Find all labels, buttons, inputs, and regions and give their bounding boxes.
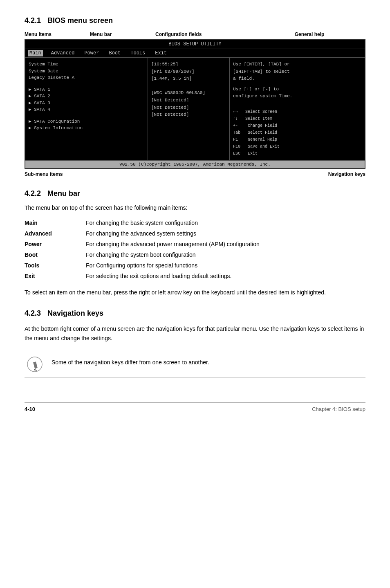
bios-menu-power: Power [83, 50, 101, 56]
bios-title-bar: BIOS SETUP UTILITY [25, 40, 365, 49]
menu-item-desc-tools: For Configuring options for special func… [82, 260, 365, 271]
bios-system-date: System Date [29, 68, 144, 75]
bios-group2: SATA 1 SATA 2 SATA 3 SATA 4 [29, 86, 144, 113]
label-general-help: General help [253, 31, 365, 37]
note-icon [25, 356, 45, 373]
menu-item-label-main: Main [25, 218, 82, 228]
bios-legacy-diskette: Legacy Diskette A [29, 74, 144, 81]
bios-sata4: SATA 4 [29, 106, 144, 113]
menu-item-desc-boot: For changing the system boot configurati… [82, 249, 365, 260]
bios-sata4-value: [Not Detected] [151, 111, 226, 119]
menu-bar-table: Main For changing the basic system confi… [25, 218, 365, 281]
bios-system-info: System Information [29, 125, 144, 132]
bios-content-area: System Time System Date Legacy Diskette … [25, 58, 365, 160]
bios-sata-config: SATA Coniquration [29, 118, 144, 125]
bios-menu-advanced: Advanced [49, 50, 76, 56]
menu-item-label-advanced: Advanced [25, 228, 82, 239]
label-sub-menu: Sub-menu items [25, 171, 63, 177]
table-row: Exit For selecting the exit options and … [25, 271, 365, 281]
bios-diskette-value: [1.44M, 3.5 in] [151, 75, 226, 83]
menu-item-desc-main: For changing the basic system configurat… [82, 218, 365, 228]
page-number: 4-10 [25, 406, 35, 412]
bios-nav-change: +- Change Field [233, 122, 361, 129]
section-422-number: 4.2.2 [25, 189, 41, 198]
bios-menu-main: Main [28, 50, 43, 56]
bios-spacer [151, 83, 226, 90]
bios-help-text2: Use [+] or [-] toconfigure system Time. [233, 86, 361, 100]
bios-nav-tab: Tab Select Field [233, 129, 361, 136]
bios-footer: v02.58 (C)Copyright 1985-2007, American … [25, 160, 365, 168]
bios-help-panel: Use [ENTER], [TAB] or[SHIFT-TAB] to sele… [230, 58, 365, 160]
bios-left-panel: System Time System Date Legacy Diskette … [25, 58, 148, 160]
bios-nav-keys: ←→ Select Screen ↑↓ Select Item +- Chang… [233, 108, 361, 157]
section-422: 4.2.2 Menu bar The menu bar on top of th… [25, 189, 365, 297]
menu-item-desc-power: For changing the advanced power manageme… [82, 239, 365, 249]
bios-nav-screen: ←→ Select Screen [233, 108, 361, 115]
pencil-icon [27, 356, 43, 373]
bios-menu-tools: Tools [129, 50, 147, 56]
section-422-heading: 4.2.2 Menu bar [25, 189, 365, 198]
bios-menu-bar: Main Advanced Power Boot Tools Exit [25, 49, 365, 58]
section-421-number: 4.2.1 [25, 16, 41, 25]
bios-config-panel: [10:55:25] [Fri 03/09/2007] [1.44M, 3.5 … [148, 58, 230, 160]
label-menu-bar: Menu bar [90, 31, 155, 37]
bios-menu-exit: Exit [153, 50, 168, 56]
menu-item-label-boot: Boot [25, 249, 82, 260]
bios-group1: System Time System Date Legacy Diskette … [29, 61, 144, 81]
section-423-description: At the bottom right corner of a menu scr… [25, 324, 365, 343]
label-config-fields: Configuration fields [155, 31, 253, 37]
bios-nav-item: ↑↓ Select Item [233, 115, 361, 122]
section-422-title: Menu bar [47, 189, 80, 198]
bios-nav-panel: ←→ Select Screen ↑↓ Select Item +- Chang… [233, 108, 361, 157]
bios-sata2: SATA 2 [29, 93, 144, 100]
table-row: Main For changing the basic system confi… [25, 218, 365, 228]
table-row: Advanced For changing the advanced syste… [25, 228, 365, 239]
section-422-footer-text: To select an item on the menu bar, press… [25, 288, 365, 297]
bios-group3: SATA Coniquration System Information [29, 118, 144, 132]
bios-sata1: SATA 1 [29, 86, 144, 93]
bios-nav-f10: F10 Save and Exit [233, 143, 361, 150]
bios-menu-boot: Boot [107, 50, 122, 56]
bios-sata3: SATA 3 [29, 100, 144, 107]
bios-sata3-value: [Not Detected] [151, 104, 226, 112]
label-nav-keys: Navigation keys [328, 171, 365, 177]
section-423-number: 4.2.3 [25, 309, 41, 318]
page-footer: 4-10 Chapter 4: BIOS setup [25, 402, 365, 412]
section-423-title: Navigation keys [47, 309, 103, 318]
bios-system-time: System Time [29, 61, 144, 68]
chapter-label: Chapter 4: BIOS setup [312, 406, 365, 412]
bios-nav-f1: F1 General Help [233, 136, 361, 143]
menu-bar-tbody: Main For changing the basic system confi… [25, 218, 365, 281]
menu-item-desc-advanced: For changing the advanced system setting… [82, 228, 365, 239]
table-row: Boot For changing the system boot config… [25, 249, 365, 260]
svg-rect-1 [33, 361, 38, 368]
table-row: Tools For Configuring options for specia… [25, 260, 365, 271]
bios-sata1-value: [WDC WD800JD-00LSA0] [151, 90, 226, 97]
bios-sata2-value: [Not Detected] [151, 97, 226, 104]
menu-item-label-tools: Tools [25, 260, 82, 271]
section-421-heading: 4.2.1 BIOS menu screen [25, 16, 365, 25]
bios-help-text1: Use [ENTER], [TAB] or[SHIFT-TAB] to sele… [233, 61, 361, 83]
label-menu-items: Menu items [25, 31, 90, 37]
bios-title: BIOS SETUP UTILITY [168, 41, 222, 47]
bios-nav-esc: ESC Exit [233, 150, 361, 157]
diagram-bottom-labels: Sub-menu items Navigation keys [25, 171, 365, 177]
note-text: Some of the navigation keys differ from … [52, 356, 209, 367]
bios-screen: BIOS SETUP UTILITY Main Advanced Power B… [25, 39, 365, 169]
menu-item-label-exit: Exit [25, 271, 82, 281]
menu-item-label-power: Power [25, 239, 82, 249]
section-422-description: The menu bar on top of the screen has th… [25, 204, 365, 211]
section-421-title: BIOS menu screen [47, 16, 113, 25]
section-423: 4.2.3 Navigation keys At the bottom righ… [25, 309, 365, 378]
section-421: 4.2.1 BIOS menu screen Menu items Menu b… [25, 16, 365, 177]
table-row: Power For changing the advanced power ma… [25, 239, 365, 249]
section-423-heading: 4.2.3 Navigation keys [25, 309, 365, 318]
menu-item-desc-exit: For selecting the exit options and loadi… [82, 271, 365, 281]
bios-time-value: [10:55:25] [151, 61, 226, 68]
diagram-top-labels: Menu items Menu bar Configuration fields… [25, 31, 365, 37]
note-box: Some of the navigation keys differ from … [25, 351, 365, 378]
bios-date-value: [Fri 03/09/2007] [151, 68, 226, 76]
